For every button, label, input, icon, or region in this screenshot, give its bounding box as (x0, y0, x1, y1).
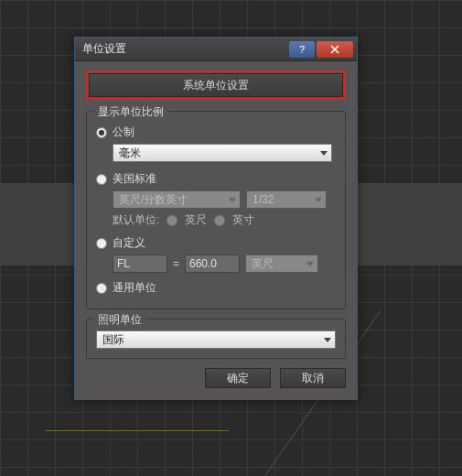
ok-button[interactable]: 确定 (205, 368, 271, 388)
custom-row: FL = 660.0 英尺 (113, 254, 336, 273)
metric-select-wrap: 毫米 (113, 144, 336, 162)
highlight-frame: 系统单位设置 (86, 70, 346, 100)
radio-us-label: 美国标准 (113, 171, 156, 187)
viewport-line (46, 430, 229, 431)
lighting-legend: 照明单位 (94, 312, 145, 328)
us-fraction-select[interactable]: 1/32 (246, 190, 327, 209)
radio-metric-label: 公制 (113, 124, 134, 140)
us-inch-label: 英寸 (232, 212, 254, 228)
custom-value-text: FL (117, 257, 130, 270)
dialog-footer: 确定 取消 (86, 368, 346, 388)
custom-factor-input[interactable]: 660.0 (185, 254, 240, 273)
custom-factor-text: 660.0 (189, 257, 217, 270)
titlebar[interactable]: 单位设置 ? (75, 38, 357, 61)
display-units-group: 显示单位比例 公制 毫米 美国标准 英尺/分数英寸 (86, 111, 346, 309)
radio-generic-label: 通用单位 (113, 280, 156, 296)
close-button[interactable] (317, 41, 353, 58)
radio-metric[interactable] (96, 127, 107, 138)
lighting-value: 国际 (102, 332, 124, 348)
equals-sign: = (173, 257, 179, 270)
cancel-label: 取消 (302, 371, 324, 386)
us-feet-label: 英尺 (185, 212, 207, 228)
radio-us-feet[interactable] (167, 215, 177, 226)
chevron-down-icon (320, 151, 328, 156)
metric-select-value: 毫米 (119, 146, 141, 161)
chevron-down-icon (324, 338, 331, 342)
ok-label: 确定 (227, 371, 249, 386)
us-default-row: 默认单位: 英尺 英寸 (113, 212, 336, 228)
radio-generic-row[interactable]: 通用单位 (96, 280, 336, 296)
display-units-legend: 显示单位比例 (94, 104, 167, 120)
system-units-button[interactable]: 系统单位设置 (89, 73, 343, 97)
chevron-down-icon (306, 262, 314, 266)
dialog-body: 系统单位设置 显示单位比例 公制 毫米 美国标准 英尺/分数英寸 (75, 61, 357, 399)
system-units-label: 系统单位设置 (183, 78, 249, 93)
chevron-down-icon (229, 198, 236, 202)
metric-select[interactable]: 毫米 (113, 144, 332, 162)
chevron-down-icon (315, 198, 322, 202)
us-default-label: 默认单位: (113, 212, 159, 228)
us-format-select[interactable]: 英尺/分数英寸 (113, 190, 241, 209)
titlebar-buttons: ? (289, 41, 353, 58)
radio-us-row[interactable]: 美国标准 (96, 171, 336, 187)
custom-value-input[interactable]: FL (113, 254, 167, 273)
lighting-select[interactable]: 国际 (96, 330, 336, 349)
units-dialog: 单位设置 ? 系统单位设置 显示单位比例 公制 毫米 (74, 37, 358, 400)
radio-generic[interactable] (96, 283, 107, 294)
custom-unit-value: 英尺 (252, 256, 274, 272)
lighting-group: 照明单位 国际 (86, 319, 346, 359)
radio-us[interactable] (96, 174, 107, 185)
cancel-button[interactable]: 取消 (280, 368, 346, 388)
radio-custom-row[interactable]: 自定义 (96, 235, 336, 251)
close-icon (330, 45, 339, 54)
window-title: 单位设置 (82, 41, 289, 57)
radio-us-inch[interactable] (214, 215, 225, 226)
help-button[interactable]: ? (289, 41, 315, 58)
us-fraction-value: 1/32 (252, 193, 274, 206)
help-icon: ? (299, 44, 305, 55)
radio-custom-label: 自定义 (113, 235, 145, 251)
radio-metric-row[interactable]: 公制 (96, 124, 336, 140)
us-selects-row: 英尺/分数英寸 1/32 (113, 190, 336, 209)
us-format-value: 英尺/分数英寸 (119, 192, 188, 208)
radio-custom[interactable] (96, 238, 107, 249)
custom-unit-select[interactable]: 英尺 (245, 254, 318, 273)
